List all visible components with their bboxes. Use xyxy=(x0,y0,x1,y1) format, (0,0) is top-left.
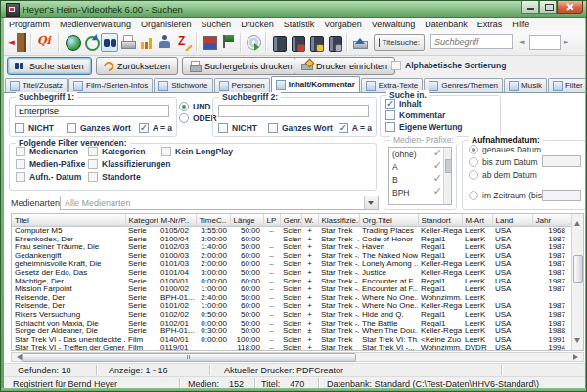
menu-item[interactable]: Statistik xyxy=(279,20,320,29)
case-insensitive-1-checkbox[interactable] xyxy=(139,123,149,133)
menu-item[interactable]: Programm xyxy=(4,20,55,29)
table-row[interactable]: geheimnisvolle Kraft, DieSerie 0101/032:… xyxy=(12,260,574,269)
search-term-1-input[interactable] xyxy=(15,105,169,117)
genaues-datum-radio[interactable] xyxy=(469,145,478,154)
table-row[interactable]: Mächtige, DerSerie 0100/010:00:00 60:00–… xyxy=(12,278,574,286)
qi-info-icon[interactable] xyxy=(36,33,54,52)
start-search-button[interactable]: Suche starten xyxy=(7,57,92,75)
zeitraum-bis-input[interactable] xyxy=(542,190,581,201)
tab[interactable]: Filter xyxy=(548,78,587,92)
scroll-right-icon[interactable] xyxy=(573,354,581,360)
column-header[interactable]: Org.Titel xyxy=(359,214,418,227)
bis-zum-datum-radio[interactable] xyxy=(469,157,478,167)
alpha-sort-checkbox[interactable] xyxy=(391,61,401,70)
tab[interactable]: Film-/Serien-Infos xyxy=(68,78,153,92)
column-header[interactable]: M-Nr/P.. xyxy=(158,214,196,227)
scrollbar-thumb[interactable] xyxy=(22,353,356,362)
medienarten-combobox[interactable]: Alle Medienarten xyxy=(60,196,379,210)
record-number-box[interactable] xyxy=(529,35,561,50)
vertical-scrollbar[interactable] xyxy=(571,214,583,350)
column-header[interactable]: Länge xyxy=(230,214,263,227)
inhalt-checkbox[interactable] xyxy=(385,99,395,109)
ganzes-wort-1-checkbox[interactable] xyxy=(67,123,76,133)
statistics-icon[interactable] xyxy=(138,33,156,52)
nicht-1-checkbox[interactable] xyxy=(15,123,24,133)
database-delete-icon[interactable] xyxy=(292,36,305,52)
web-icon[interactable] xyxy=(66,35,81,51)
database-icon[interactable] xyxy=(273,36,287,52)
exit-icon[interactable] xyxy=(9,33,26,52)
next-arrow-icon[interactable]: ► xyxy=(564,38,568,46)
klassifizierungen-filter-checkbox[interactable] xyxy=(88,159,98,169)
menu-item[interactable]: Medienverwaltung xyxy=(55,20,136,29)
nicht-2-checkbox[interactable] xyxy=(218,123,228,133)
medienarten-filter-checkbox[interactable] xyxy=(16,147,25,156)
menu-item[interactable]: Organisieren xyxy=(136,20,197,29)
database-save-icon[interactable] xyxy=(329,36,342,52)
kein-longplay-filter-checkbox[interactable] xyxy=(161,147,171,156)
table-row[interactable]: Sorge der Aldeaner, DieSerie BPH-01...0:… xyxy=(12,327,574,336)
table-row[interactable]: Reisende, DerSerie 0101/021:00:00 60:00–… xyxy=(12,302,574,311)
database-edit-icon[interactable] xyxy=(310,36,324,52)
scroll-down-icon[interactable] xyxy=(574,338,580,346)
title-bar[interactable]: Heyer's Heim-Videothek 6.00 - Suchen xyxy=(1,1,587,18)
scroll-left-icon[interactable] xyxy=(14,354,22,360)
case-insensitive-2-checkbox[interactable] xyxy=(339,123,348,133)
column-header[interactable]: Standort xyxy=(418,214,462,227)
table-row[interactable]: Computer M5Serie 0105/023:55:00 50:00– S… xyxy=(12,227,574,236)
menu-item[interactable]: Hilfe xyxy=(507,20,534,29)
column-header[interactable]: Land xyxy=(492,214,532,227)
chevron-down-icon[interactable] xyxy=(364,196,378,209)
column-header[interactable]: Jahr xyxy=(532,214,574,227)
column-header[interactable]: W. xyxy=(301,214,318,227)
eigene-wertung-checkbox[interactable] xyxy=(385,122,395,132)
table-row[interactable]: Reisende, DerSerie BPH-01...2:40:00 50:0… xyxy=(12,294,574,303)
table-row[interactable]: Schlacht von Maxia, DieSerie 0102/010:00… xyxy=(12,320,574,328)
column-header[interactable]: LP xyxy=(263,214,280,227)
scroll-up-icon[interactable] xyxy=(574,218,580,226)
tab[interactable]: Stichworte xyxy=(154,78,212,92)
column-header[interactable]: TimeC.. xyxy=(196,214,230,227)
title-search-input[interactable] xyxy=(430,34,513,49)
print-preview-icon[interactable] xyxy=(351,33,369,52)
tab[interactable]: Personen xyxy=(214,78,270,92)
maximize-button[interactable] xyxy=(539,1,557,14)
table-row[interactable]: Ehrenkodex, DerSerie 0100/043:00:00 60:0… xyxy=(12,236,574,244)
praefix-list-item[interactable]: BPH ✓ xyxy=(389,186,451,198)
menu-item[interactable]: Verwaltung xyxy=(367,20,421,29)
menu-item[interactable]: Vorgaben xyxy=(319,20,367,29)
table-row[interactable]: Rikers VersuchungSerie 0102/020:50:00 50… xyxy=(12,311,574,320)
tab[interactable]: Genres/Themen xyxy=(424,78,503,92)
minimize-button[interactable] xyxy=(521,1,539,14)
column-header[interactable]: Kategorie xyxy=(125,214,158,227)
reset-button[interactable]: Zurücksetzen xyxy=(96,57,178,75)
title-search-button[interactable]: Titelsuche: xyxy=(374,34,425,51)
print-results-button[interactable]: Suchergebnis drucken xyxy=(182,57,300,75)
user-statistics-icon[interactable] xyxy=(157,33,174,52)
media-grid-icon[interactable] xyxy=(203,36,217,50)
column-header[interactable]: Titel xyxy=(12,214,125,227)
horizontal-scrollbar[interactable] xyxy=(11,352,584,362)
table-row[interactable]: Star Trek VI - Treffen der Gener..Film 0… xyxy=(12,344,574,351)
search-icon[interactable] xyxy=(101,33,118,52)
printer-setup-button[interactable]: Drucker einrichten xyxy=(294,57,395,75)
edit-z-icon[interactable] xyxy=(175,33,193,52)
table-row[interactable]: Frau seiner Träume, DieSerie 0102/031:40… xyxy=(12,243,574,252)
table-row[interactable]: Star Trek VI - Das unentdeckte ...Film 0… xyxy=(12,336,574,345)
column-header[interactable]: Klassifizie... xyxy=(318,214,359,227)
search-term-2-input[interactable] xyxy=(218,105,369,117)
aufn-datum-filter-checkbox[interactable] xyxy=(16,172,25,182)
oder-radio[interactable] xyxy=(179,113,189,123)
menu-item[interactable]: Drucken xyxy=(236,20,279,29)
menu-item[interactable]: Suchen xyxy=(197,20,237,29)
print-icon[interactable] xyxy=(119,33,137,52)
tab[interactable]: Titel/Zusatz xyxy=(5,78,68,92)
medien-praefixe-filter-checkbox[interactable] xyxy=(16,159,25,169)
ab-dem-datum-radio[interactable] xyxy=(469,170,478,180)
menu-item[interactable]: Extras xyxy=(473,20,508,29)
cd-rom-icon[interactable] xyxy=(247,35,261,50)
tab[interactable]: Inhalt/Kommentar xyxy=(271,76,360,92)
menu-item[interactable]: Datenbank xyxy=(420,20,473,29)
refresh-icon[interactable] xyxy=(85,36,100,51)
im-zeitraum-radio[interactable] xyxy=(469,191,478,200)
